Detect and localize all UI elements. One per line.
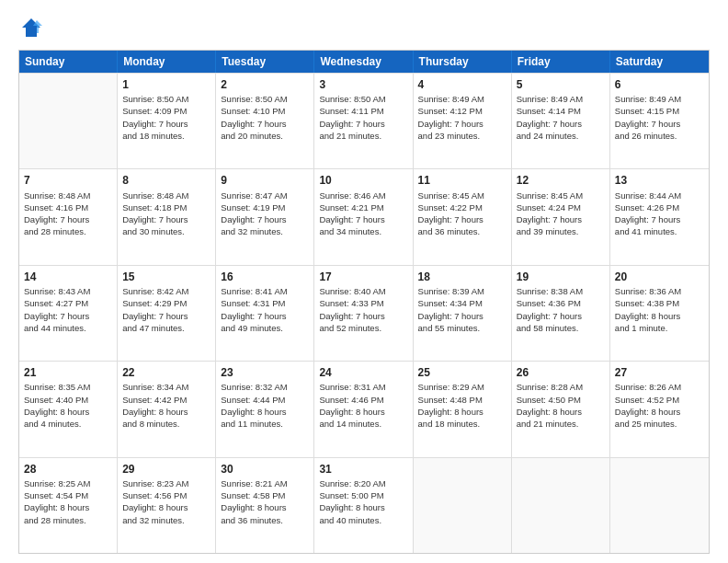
cell-line: Sunrise: 8:50 AM: [122, 93, 210, 105]
cell-line: Sunset: 4:46 PM: [319, 394, 407, 406]
calendar-cell: 3Sunrise: 8:50 AMSunset: 4:11 PMDaylight…: [314, 74, 413, 168]
cell-line: Sunset: 4:54 PM: [24, 489, 112, 501]
calendar-cell: 17Sunrise: 8:40 AMSunset: 4:33 PMDayligh…: [314, 266, 413, 361]
cell-line: Sunrise: 8:29 AM: [418, 381, 506, 393]
cell-line: Sunrise: 8:25 AM: [24, 477, 112, 489]
day-number: 27: [615, 365, 704, 380]
cell-line: Sunrise: 8:47 AM: [221, 190, 309, 201]
cell-line: Daylight: 7 hours: [122, 310, 210, 322]
day-number: 11: [418, 173, 506, 188]
header-day-monday: Monday: [118, 51, 216, 73]
calendar-cell: 13Sunrise: 8:44 AMSunset: 4:26 PMDayligh…: [610, 169, 709, 264]
logo: [18, 15, 48, 40]
cell-line: Daylight: 7 hours: [615, 118, 704, 130]
cell-line: Sunset: 4:10 PM: [221, 105, 309, 117]
day-number: 18: [418, 270, 506, 284]
cell-line: Daylight: 8 hours: [24, 406, 112, 418]
header-day-wednesday: Wednesday: [314, 51, 413, 73]
cell-line: Sunrise: 8:34 AM: [122, 381, 210, 393]
cell-line: Sunset: 4:16 PM: [24, 201, 112, 213]
cell-line: Sunrise: 8:48 AM: [122, 190, 210, 201]
calendar-cell: 21Sunrise: 8:35 AMSunset: 4:40 PMDayligh…: [19, 362, 118, 456]
cell-line: and 28 minutes.: [24, 514, 112, 526]
cell-line: Daylight: 8 hours: [319, 406, 407, 418]
calendar-cell: 18Sunrise: 8:39 AMSunset: 4:34 PMDayligh…: [414, 266, 512, 361]
page: SundayMondayTuesdayWednesdayThursdayFrid…: [0, 0, 728, 563]
header-day-friday: Friday: [512, 51, 610, 73]
cell-line: and 14 minutes.: [319, 418, 407, 430]
day-number: 2: [221, 77, 309, 92]
cell-line: and 20 minutes.: [221, 130, 309, 142]
calendar-cell: 27Sunrise: 8:26 AMSunset: 4:52 PMDayligh…: [610, 362, 709, 456]
cell-line: and 26 minutes.: [615, 130, 704, 142]
calendar-cell: 12Sunrise: 8:45 AMSunset: 4:24 PMDayligh…: [512, 169, 610, 264]
cell-line: Sunset: 4:19 PM: [221, 201, 309, 213]
day-number: 5: [517, 77, 605, 92]
calendar-cell: 30Sunrise: 8:21 AMSunset: 4:58 PMDayligh…: [216, 458, 314, 553]
header: [18, 15, 710, 40]
cell-line: Sunrise: 8:40 AM: [319, 285, 407, 297]
cell-line: Sunset: 4:12 PM: [418, 105, 506, 117]
calendar-cell: 20Sunrise: 8:36 AMSunset: 4:38 PMDayligh…: [610, 266, 709, 361]
cell-line: Sunrise: 8:38 AM: [517, 285, 605, 297]
cell-line: Sunset: 4:27 PM: [24, 297, 112, 309]
calendar-cell: 29Sunrise: 8:23 AMSunset: 4:56 PMDayligh…: [118, 458, 216, 553]
cell-line: Sunset: 4:50 PM: [517, 394, 605, 406]
cell-line: Sunrise: 8:46 AM: [319, 190, 407, 201]
day-number: 23: [221, 365, 309, 380]
cell-line: Sunset: 4:24 PM: [517, 201, 605, 213]
cell-line: Daylight: 8 hours: [24, 501, 112, 513]
cell-line: Daylight: 7 hours: [221, 213, 309, 225]
cell-line: Daylight: 8 hours: [122, 406, 210, 418]
cell-line: Daylight: 7 hours: [24, 213, 112, 225]
cell-line: Daylight: 7 hours: [418, 310, 506, 322]
cell-line: and 23 minutes.: [418, 130, 506, 142]
cell-line: Sunset: 4:21 PM: [319, 201, 407, 213]
cell-line: Sunrise: 8:49 AM: [418, 93, 506, 105]
calendar-cell: 6Sunrise: 8:49 AMSunset: 4:15 PMDaylight…: [610, 74, 709, 168]
cell-line: Sunrise: 8:44 AM: [615, 190, 704, 201]
calendar-cell: 11Sunrise: 8:45 AMSunset: 4:22 PMDayligh…: [414, 169, 512, 264]
calendar-row: 7Sunrise: 8:48 AMSunset: 4:16 PMDaylight…: [19, 168, 709, 264]
cell-line: and 18 minutes.: [418, 418, 506, 430]
cell-line: Sunset: 4:22 PM: [418, 201, 506, 213]
calendar: SundayMondayTuesdayWednesdayThursdayFrid…: [18, 50, 710, 554]
cell-line: and 11 minutes.: [221, 418, 309, 430]
calendar-cell: 16Sunrise: 8:41 AMSunset: 4:31 PMDayligh…: [216, 266, 314, 361]
calendar-cell: 5Sunrise: 8:49 AMSunset: 4:14 PMDaylight…: [512, 74, 610, 168]
cell-line: Sunset: 4:42 PM: [122, 394, 210, 406]
calendar-cell: 19Sunrise: 8:38 AMSunset: 4:36 PMDayligh…: [512, 266, 610, 361]
cell-line: Sunrise: 8:49 AM: [615, 93, 704, 105]
cell-line: and 41 minutes.: [615, 225, 704, 237]
calendar-cell: 23Sunrise: 8:32 AMSunset: 4:44 PMDayligh…: [216, 362, 314, 456]
day-number: 7: [24, 173, 112, 188]
cell-line: Sunset: 4:56 PM: [122, 489, 210, 501]
header-day-thursday: Thursday: [414, 51, 512, 73]
day-number: 19: [517, 270, 605, 284]
cell-line: Daylight: 7 hours: [418, 118, 506, 130]
cell-line: Sunrise: 8:50 AM: [319, 93, 407, 105]
calendar-cell: 22Sunrise: 8:34 AMSunset: 4:42 PMDayligh…: [118, 362, 216, 456]
cell-line: Sunset: 4:11 PM: [319, 105, 407, 117]
cell-line: Sunrise: 8:23 AM: [122, 477, 210, 489]
day-number: 20: [615, 270, 704, 284]
cell-line: and 47 minutes.: [122, 322, 210, 334]
day-number: 31: [319, 462, 407, 477]
cell-line: Sunrise: 8:49 AM: [517, 93, 605, 105]
cell-line: and 24 minutes.: [517, 130, 605, 142]
calendar-row: 14Sunrise: 8:43 AMSunset: 4:27 PMDayligh…: [19, 265, 709, 361]
cell-line: Daylight: 8 hours: [418, 406, 506, 418]
calendar-cell: 31Sunrise: 8:20 AMSunset: 5:00 PMDayligh…: [314, 458, 413, 553]
cell-line: Daylight: 7 hours: [319, 118, 407, 130]
day-number: 14: [24, 270, 112, 284]
day-number: 29: [122, 462, 210, 477]
cell-line: Sunset: 4:58 PM: [221, 489, 309, 501]
cell-line: Sunset: 4:14 PM: [517, 105, 605, 117]
cell-line: Sunset: 4:34 PM: [418, 297, 506, 309]
cell-line: Sunset: 4:31 PM: [221, 297, 309, 309]
cell-line: Sunrise: 8:21 AM: [221, 477, 309, 489]
cell-line: Sunrise: 8:31 AM: [319, 381, 407, 393]
cell-line: Daylight: 8 hours: [615, 310, 704, 322]
cell-line: Sunrise: 8:41 AM: [221, 285, 309, 297]
cell-line: and 32 minutes.: [122, 514, 210, 526]
